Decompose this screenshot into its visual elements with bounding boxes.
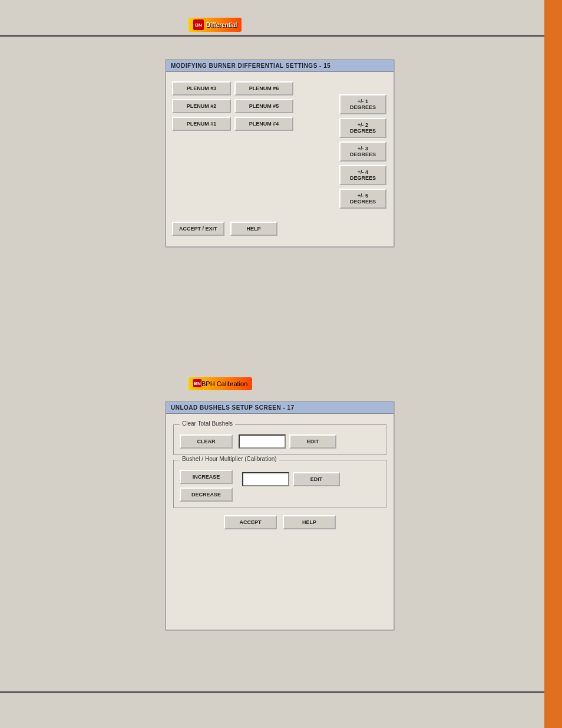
edit2-field[interactable] — [242, 472, 289, 486]
accept-button[interactable]: ACCEPT — [224, 515, 277, 529]
panel1-title: MODIFYING BURNER DIFFERENTIAL SETTINGS -… — [166, 60, 394, 72]
edit1-button[interactable]: EDIT — [289, 434, 336, 449]
degrees4-button[interactable]: +/- 4 DEGREES — [339, 165, 386, 185]
clear-button[interactable]: CLEAR — [180, 434, 233, 449]
accept-help-row: ACCEPT HELP — [173, 515, 386, 529]
logo-icon-2: BN — [193, 379, 201, 388]
plenum2-button[interactable]: PLENUM #2 — [172, 99, 231, 113]
plenum5-button[interactable]: PLENUM #5 — [234, 99, 293, 113]
degrees-column: +/- 1 DEGREES +/- 2 DEGREES +/- 3 DEGREE… — [339, 94, 386, 209]
bottom-divider-line — [0, 691, 544, 693]
degrees3-button[interactable]: +/- 3 DEGREES — [339, 141, 386, 162]
svg-text:BN: BN — [194, 381, 201, 386]
bph-logo-badge: BN BPH Calibration — [189, 377, 252, 390]
edit1-field[interactable] — [239, 434, 286, 449]
top-divider-line — [0, 35, 544, 37]
clear-total-label: Clear Total Bushels — [180, 420, 235, 427]
edit2-button[interactable]: EDIT — [293, 472, 340, 486]
bushel-hour-label: Bushel / Hour Multiplier (Calibration) — [180, 456, 279, 462]
increase-decrease-row: INCREASE DECREASE EDIT — [180, 470, 380, 502]
plenum4-button[interactable]: PLENUM #4 — [234, 117, 293, 131]
degrees5-button[interactable]: +/- 5 DEGREES — [339, 189, 386, 209]
edit1-group: EDIT — [239, 434, 336, 449]
edit2-group: EDIT — [242, 472, 340, 486]
panel2-title: UNLOAD BUSHELS SETUP SCREEN - 17 — [166, 402, 394, 414]
plenum3-button[interactable]: PLENUM #3 — [172, 81, 231, 95]
svg-text:BN: BN — [195, 22, 202, 28]
right-accent-bar — [544, 0, 562, 728]
clear-total-section: Clear Total Bushels CLEAR EDIT — [173, 424, 386, 455]
bushel-hour-section: Bushel / Hour Multiplier (Calibration) I… — [173, 460, 386, 508]
accept-exit-button[interactable]: ACCEPT / EXIT — [172, 222, 224, 236]
logo-text-1: Differential — [206, 22, 237, 28]
differential-logo-badge: BN Differential — [189, 18, 242, 32]
logo-text-2: BPH Calibration — [201, 380, 247, 387]
degrees2-button[interactable]: +/- 2 DEGREES — [339, 118, 386, 138]
increase-button[interactable]: INCREASE — [180, 470, 233, 484]
help-button-1[interactable]: HELP — [230, 222, 277, 236]
plenum1-button[interactable]: PLENUM #1 — [172, 117, 231, 131]
panel1-bottom-row: ACCEPT / EXIT HELP — [172, 222, 277, 236]
increase-decrease-col: INCREASE DECREASE — [180, 470, 233, 502]
degrees1-button[interactable]: +/- 1 DEGREES — [339, 94, 386, 114]
clear-edit-row: CLEAR EDIT — [180, 434, 380, 449]
unload-bushels-panel: UNLOAD BUSHELS SETUP SCREEN - 17 Clear T… — [165, 401, 395, 631]
plenum6-button[interactable]: PLENUM #6 — [234, 81, 293, 95]
logo-icon-1: BN — [193, 19, 204, 30]
decrease-button[interactable]: DECREASE — [180, 487, 233, 502]
burner-differential-panel: MODIFYING BURNER DIFFERENTIAL SETTINGS -… — [165, 59, 395, 248]
help-button-2[interactable]: HELP — [283, 515, 336, 529]
